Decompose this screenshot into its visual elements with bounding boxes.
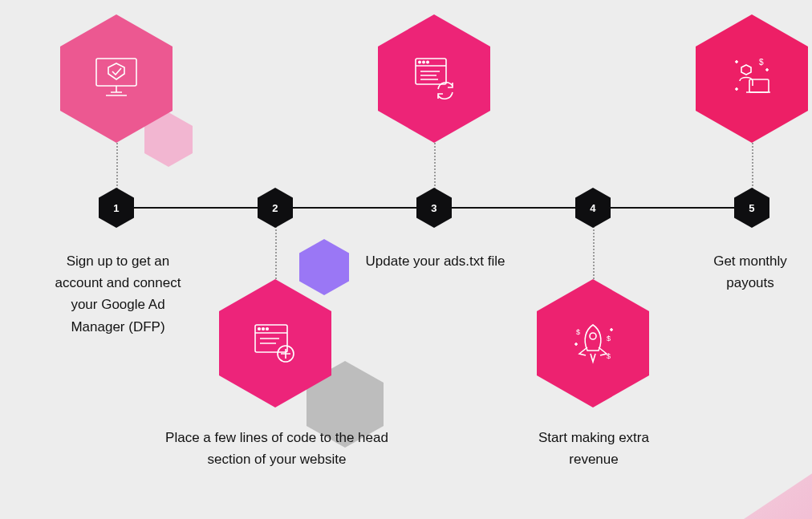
svg-point-23 <box>590 333 596 339</box>
step-number-label: 3 <box>431 202 437 214</box>
connector-2 <box>275 226 277 282</box>
process-diagram: 1 Sign up to get an account and connect … <box>0 0 812 519</box>
icon-hex-5: $ <box>696 14 808 143</box>
step-label-3: Update your ads.txt file <box>365 250 505 272</box>
step-number-label: 5 <box>749 202 755 214</box>
decorative-hex-purple <box>299 239 349 295</box>
icon-hex-3 <box>378 14 490 143</box>
step-label-2: Place a few lines of code to the head se… <box>156 427 397 470</box>
step-number-5: 5 <box>734 188 769 228</box>
svg-point-7 <box>258 328 261 330</box>
svg-marker-31 <box>741 65 751 75</box>
connector-1 <box>116 136 118 193</box>
step-number-2: 2 <box>258 188 293 228</box>
svg-marker-4 <box>108 63 124 79</box>
svg-rect-0 <box>96 59 136 86</box>
rocket-dollar-icon: $ $ $ <box>565 315 621 371</box>
step-number-3: 3 <box>416 188 452 228</box>
svg-point-17 <box>419 61 420 63</box>
svg-text:$: $ <box>607 335 611 343</box>
step-number-1: 1 <box>99 188 134 228</box>
step-label-5: Get monthly payouts <box>694 250 806 294</box>
step-number-label: 1 <box>113 202 120 214</box>
svg-point-19 <box>427 61 428 63</box>
svg-text:$: $ <box>759 58 764 67</box>
person-laptop-dollar-icon: $ <box>724 51 780 107</box>
connector-3 <box>434 136 436 193</box>
svg-point-8 <box>262 328 265 330</box>
browser-add-icon <box>247 315 303 371</box>
connector-5 <box>752 136 753 193</box>
step-number-label: 2 <box>272 202 278 214</box>
svg-point-18 <box>423 61 424 63</box>
decorative-triangle <box>732 463 812 519</box>
step-label-4: Start making extra revenue <box>534 427 654 470</box>
connector-4 <box>593 226 595 282</box>
monitor-shield-icon <box>88 51 144 107</box>
icon-hex-4: $ $ $ <box>537 279 649 407</box>
step-number-label: 4 <box>590 202 596 214</box>
file-refresh-icon <box>406 51 462 107</box>
svg-text:$: $ <box>607 352 611 360</box>
svg-text:$: $ <box>576 328 580 336</box>
step-label-1: Sign up to get an account and connect yo… <box>50 250 186 338</box>
step-number-4: 4 <box>575 188 611 228</box>
svg-point-9 <box>266 328 269 330</box>
